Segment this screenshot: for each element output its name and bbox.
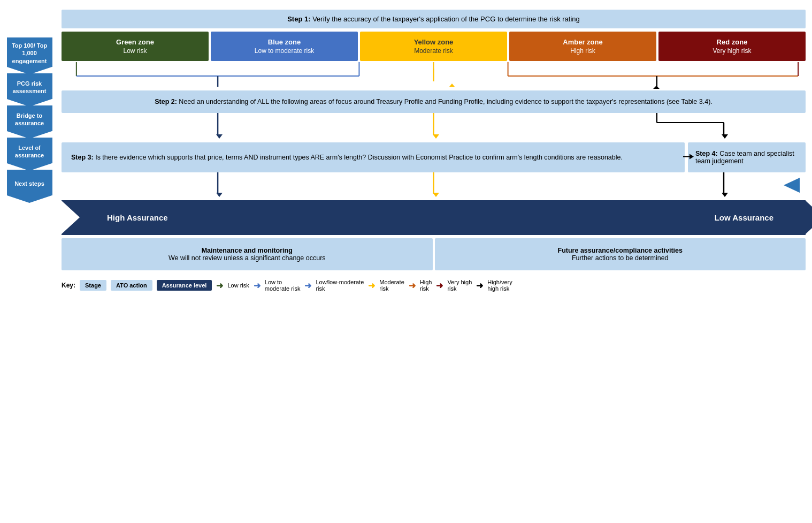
step2-bold: Step 2: (155, 98, 177, 105)
svg-marker-28 (722, 193, 728, 197)
key-arrow-black: ➜ (476, 281, 483, 291)
svg-marker-7 (449, 84, 455, 87)
sidebar-item-level: Level of assurance (4, 138, 55, 171)
zones-row: Green zone Low risk Blue zone Low to mod… (62, 32, 806, 61)
sidebar-label-nextsteps: Next steps (14, 180, 44, 187)
assurance-high: High Assurance (107, 213, 168, 222)
sidebar-item-nextsteps: Next steps (4, 170, 55, 203)
key-high-label: Highrisk (420, 279, 432, 292)
zone-red-risk: Very high risk (713, 47, 751, 55)
step3-box: Step 3: Is there evidence which supports… (62, 142, 685, 172)
main-container: Top 100/ Top 1,000 engagement PCG risk a… (0, 0, 812, 523)
sidebar-label-pcg: PCG risk assessment (10, 80, 50, 95)
svg-marker-16 (433, 134, 439, 139)
sidebar-label-level: Level of assurance (10, 144, 50, 160)
zone-red: Red zone Very high risk (658, 32, 806, 61)
sidebar-item-bridge: Bridge to assurance (4, 105, 55, 139)
key-arrow-yellow2: ➜ (304, 281, 311, 291)
step3-to-step4-arrow (683, 151, 696, 162)
sidebar-item-top100: Top 100/ Top 1,000 engagement (4, 37, 55, 74)
key-ato-badge: ATO action (111, 280, 152, 291)
svg-marker-12 (653, 86, 660, 89)
content-area: Step 1:Step 1: Verify the accuracy of th… (59, 5, 812, 518)
sidebar-item-pcg: PCG risk assessment (4, 73, 55, 107)
svg-marker-26 (433, 193, 439, 197)
key-row: Key: Stage ATO action Assurance level ➜ … (62, 275, 806, 292)
key-assurance-badge: Assurance level (157, 280, 212, 291)
assurance-row: High Assurance Low Assurance (62, 200, 806, 235)
zone-blue-name: Blue zone (268, 38, 301, 46)
step3-text: Is there evidence which supports that pr… (95, 154, 623, 161)
step4-box: Step 4: Case team and specialist team ju… (688, 142, 806, 172)
zone-amber: Amber zone High risk (509, 32, 656, 61)
key-arrow-green: ➜ (216, 281, 223, 291)
nextsteps-left: Maintenance and monitoring We will not r… (62, 238, 433, 270)
nextsteps-right: Future assurance/compliance activities F… (435, 238, 806, 270)
low-arrows-svg (62, 172, 806, 200)
nextsteps-left-text: We will not review unless a significant … (168, 254, 326, 262)
key-low-lowmod-label: Low/low-moderaterisk (316, 279, 364, 292)
step1-box: Step 1:Step 1: Verify the accuracy of th… (62, 10, 806, 28)
svg-marker-24 (216, 193, 223, 197)
zone-yellow: Yellow zone Moderate risk (360, 32, 507, 61)
nextsteps-right-text: Further actions to be determined (572, 254, 669, 262)
zone-connectors (62, 61, 806, 90)
key-veryhigh-label: Very highrisk (447, 279, 472, 292)
sidebar-label-bridge: Bridge to assurance (10, 112, 50, 127)
zone-green: Green zone Low risk (62, 32, 209, 61)
zone-blue-risk: Low to moderate risk (255, 47, 314, 55)
key-highveryhigh-label: High/veryhigh risk (487, 279, 512, 292)
zone-green-name: Green zone (116, 38, 154, 46)
zone-amber-name: Amber zone (563, 38, 602, 46)
zone-red-name: Red zone (717, 38, 748, 46)
zone-green-risk: Low risk (123, 47, 147, 55)
nextsteps-right-bold: Future assurance/compliance activities (558, 247, 683, 254)
svg-marker-20 (722, 134, 728, 139)
key-low-mod-label: Low tomoderate risk (265, 279, 301, 292)
key-low-risk-label: Low risk (227, 282, 249, 289)
mid-arrows-svg (62, 113, 806, 142)
svg-marker-14 (216, 134, 223, 139)
sidebar-label-top100: Top 100/ Top 1,000 engagement (10, 42, 50, 65)
step1-bold: Step 1: (287, 15, 310, 23)
key-arrow-orange: ➜ (409, 281, 416, 291)
zone-blue: Blue zone Low to moderate risk (211, 32, 358, 61)
nextsteps-left-bold: Maintenance and monitoring (202, 247, 293, 254)
zone-yellow-risk: Moderate risk (414, 47, 453, 55)
key-arrow-yellow: ➜ (368, 281, 375, 291)
zone-yellow-name: Yellow zone (414, 38, 454, 46)
nextsteps-row: Maintenance and monitoring We will not r… (62, 238, 806, 270)
svg-marker-22 (690, 154, 694, 160)
step2-box: Step 2: Need an understanding of ALL the… (62, 90, 806, 113)
sidebar: Top 100/ Top 1,000 engagement PCG risk a… (0, 5, 59, 518)
key-arrow-blue2: ➜ (254, 281, 261, 291)
zone-amber-risk: High risk (570, 47, 595, 55)
step2-text: Need an understanding of ALL the followi… (179, 98, 712, 105)
assurance-low: Low Assurance (715, 213, 773, 222)
key-label: Key: (62, 282, 75, 289)
key-moderate-label: Moderaterisk (379, 279, 404, 292)
connector-svg (62, 61, 806, 90)
key-stage-badge: Stage (80, 280, 106, 291)
step4-bold: Step 4: (695, 150, 718, 157)
step1-display: Verify the accuracy of the taxpayer's ap… (311, 15, 580, 23)
mid-arrows (62, 113, 806, 142)
step3-bold: Step 3: (71, 154, 94, 161)
step3-4-row: Step 3: Is there evidence which supports… (62, 142, 806, 172)
key-arrow-red: ➜ (436, 281, 443, 291)
svg-marker-29 (784, 178, 800, 193)
low-arrows (62, 172, 806, 200)
